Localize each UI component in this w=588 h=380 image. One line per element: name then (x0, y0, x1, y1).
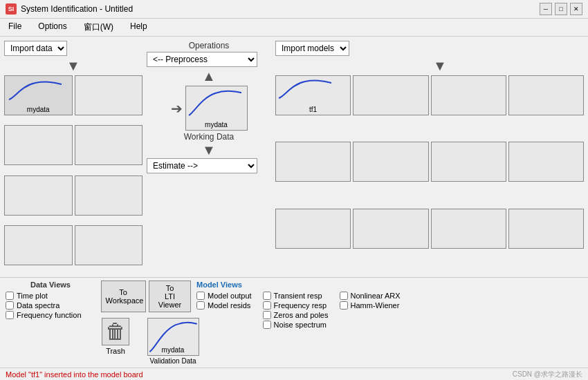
watermark: CSDN @求学之路漫长 (513, 370, 582, 379)
model-cell-3[interactable] (508, 75, 584, 115)
arrow-right: ➔ (171, 100, 183, 117)
model-resids-item[interactable]: Model resids (196, 301, 252, 310)
model-resids-checkbox[interactable] (196, 301, 205, 310)
app-icon: SI (6, 3, 17, 15)
data-arrow-down: ▼ (66, 59, 80, 73)
working-data-label: Working Data (184, 132, 234, 142)
left-panel: Import data ▼ mydata (4, 41, 143, 273)
model-output-item[interactable]: Model output (196, 292, 252, 300)
time-plot-label: Time plot (17, 292, 48, 300)
model-cell-7[interactable] (508, 142, 584, 182)
model-resids-label: Model resids (208, 301, 250, 310)
working-data-name: mydata (205, 121, 228, 129)
time-plot-item[interactable]: Time plot (6, 292, 95, 300)
model-cell-label-0: tf1 (309, 106, 317, 113)
model-output-checkbox[interactable] (196, 292, 205, 300)
maximize-button[interactable]: □ (555, 3, 567, 15)
to-lti-button[interactable]: ToLTI Viewer (149, 281, 192, 312)
data-cell-1[interactable] (75, 75, 143, 115)
to-workspace-button[interactable]: ToWorkspace (101, 281, 146, 312)
model-cell-6[interactable] (431, 142, 506, 182)
model-output-label: Model output (208, 292, 252, 300)
model-cell-11[interactable] (508, 209, 584, 249)
data-cell-4[interactable] (4, 175, 73, 216)
main-content: Import data ▼ mydata (0, 37, 588, 380)
noise-spectrum-label: Noise spectrum (274, 321, 327, 329)
window-controls: ─ □ ✕ (540, 3, 582, 15)
time-plot-checkbox[interactable] (6, 292, 14, 300)
frequency-function-item[interactable]: Frequency function (6, 311, 95, 319)
estimate-row: Estimate --> (147, 158, 271, 173)
frequency-resp-item[interactable]: Frequency resp (263, 301, 329, 310)
transient-resp-label: Transient resp (274, 292, 322, 300)
zeros-poles-checkbox[interactable] (263, 311, 271, 319)
data-grid: mydata (4, 75, 143, 273)
close-button[interactable]: ✕ (570, 3, 582, 15)
data-cell-7[interactable] (75, 225, 143, 265)
data-cell-label-0: mydata (27, 106, 50, 113)
window-title: System Identification - Untitled (21, 4, 133, 14)
model-cell-9[interactable] (353, 209, 428, 249)
bottom-area: Data Views Time plot Data spectra Freque… (0, 277, 588, 368)
validation-name: mydata (148, 346, 199, 354)
menu-options[interactable]: Options (35, 20, 69, 35)
status-message: Model "tf1" inserted into the model boar… (6, 370, 143, 379)
model-views-panel: Model Views Model output Model resids (196, 281, 582, 329)
model-cell-4[interactable] (275, 142, 351, 182)
model-cell-5[interactable] (353, 142, 428, 182)
import-models-dropdown-row: Import models (275, 41, 584, 56)
data-cell-6[interactable] (4, 225, 73, 265)
nonlinear-arx-checkbox[interactable] (340, 292, 348, 300)
frequency-function-checkbox[interactable] (6, 311, 14, 319)
data-spectra-item[interactable]: Data spectra (6, 301, 95, 310)
transient-resp-item[interactable]: Transient resp (263, 292, 329, 300)
import-models-select[interactable]: Import models (275, 41, 349, 56)
zeros-poles-item[interactable]: Zeros and poles (263, 311, 329, 319)
model-views-label: Model Views (196, 281, 582, 289)
title-bar: SI System Identification - Untitled ─ □ … (0, 0, 588, 19)
data-cell-0[interactable]: mydata (4, 75, 73, 115)
data-spectra-label: Data spectra (17, 301, 59, 310)
arrow-up-1: ▲ (202, 68, 216, 84)
validation-area: mydata Validation Data (145, 318, 201, 365)
preprocess-select[interactable]: <-- Preprocess (147, 52, 257, 67)
validation-label: Validation Data (149, 357, 196, 365)
transient-resp-checkbox[interactable] (263, 292, 271, 300)
hamm-wiener-checkbox[interactable] (340, 301, 348, 310)
hamm-wiener-item[interactable]: Hamm-Wiener (340, 301, 401, 310)
trash-icon[interactable]: 🗑 (102, 318, 129, 345)
nonlinear-arx-item[interactable]: Nonlinear ARX (340, 292, 401, 300)
data-spectra-checkbox[interactable] (6, 301, 14, 310)
model-cell-8[interactable] (275, 209, 351, 249)
working-data-box[interactable]: mydata (185, 86, 248, 131)
estimate-select[interactable]: Estimate --> (147, 158, 257, 173)
model-cell-0[interactable]: tf1 (275, 75, 351, 115)
operations-label: Operations (189, 41, 230, 50)
import-data-select[interactable]: Import data (4, 41, 67, 56)
menu-window[interactable]: 窗口(W) (81, 20, 116, 35)
menu-help[interactable]: Help (127, 20, 150, 35)
data-cell-2[interactable] (4, 125, 73, 165)
frequency-resp-label: Frequency resp (274, 301, 327, 310)
model-cell-10[interactable] (431, 209, 506, 249)
model-views-row: Model output Model resids Transient resp (196, 292, 582, 329)
status-bar: Model "tf1" inserted into the model boar… (0, 368, 588, 380)
minimize-button[interactable]: ─ (540, 3, 552, 15)
model-cell-2[interactable] (431, 75, 506, 115)
frequency-resp-checkbox[interactable] (263, 301, 271, 310)
noise-spectrum-item[interactable]: Noise spectrum (263, 321, 329, 329)
working-data-row: ➔ mydata (147, 86, 271, 131)
model-views-col2: Transient resp Frequency resp Zeros and … (263, 292, 329, 329)
right-panel: Import models ▼ tf1 (275, 41, 584, 273)
model-grid: tf1 (275, 75, 584, 273)
hamm-wiener-label: Hamm-Wiener (351, 301, 400, 310)
validation-box[interactable]: mydata (147, 318, 199, 356)
noise-spectrum-checkbox[interactable] (263, 321, 271, 329)
data-cell-5[interactable] (75, 175, 143, 216)
model-views-col3: Nonlinear ARX Hamm-Wiener (340, 292, 401, 329)
menu-file[interactable]: File (6, 20, 24, 35)
model-cell-1[interactable] (353, 75, 428, 115)
zeros-poles-label: Zeros and poles (274, 311, 329, 319)
data-cell-3[interactable] (75, 125, 143, 165)
data-views-label: Data Views (6, 281, 95, 289)
